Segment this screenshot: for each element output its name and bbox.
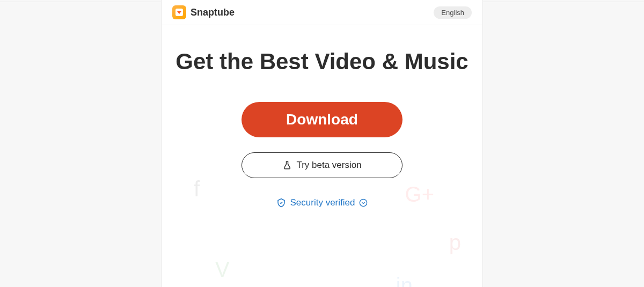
brand[interactable]: Snaptube — [172, 5, 235, 19]
download-label: Download — [286, 111, 358, 128]
flask-icon — [282, 160, 292, 170]
download-arrow-icon — [177, 11, 181, 14]
linkedin-icon: in — [396, 274, 413, 287]
language-selector[interactable]: English — [434, 6, 472, 19]
security-label: Security verified — [290, 197, 355, 208]
hero-section: Get the Best Video & Music Download Try … — [162, 25, 482, 210]
beta-version-button[interactable]: Try beta version — [241, 152, 402, 178]
page-title: Get the Best Video & Music — [162, 48, 482, 76]
language-label: English — [441, 9, 464, 17]
pinterest-icon: p — [449, 231, 461, 255]
svg-point-0 — [360, 199, 367, 206]
header: Snaptube English — [162, 0, 482, 25]
vine-icon: V — [215, 257, 230, 282]
download-button[interactable]: Download — [241, 102, 402, 137]
beta-label: Try beta version — [296, 160, 361, 171]
brand-name: Snaptube — [191, 7, 235, 18]
chevron-down-circle-icon — [359, 198, 368, 207]
shield-check-icon — [276, 198, 286, 208]
logo-inner — [175, 9, 183, 16]
snaptube-logo-icon — [172, 5, 186, 19]
security-verified-link[interactable]: Security verified — [276, 197, 368, 208]
page-container: Snaptube English f V G+ p in Get the Bes… — [161, 0, 483, 287]
